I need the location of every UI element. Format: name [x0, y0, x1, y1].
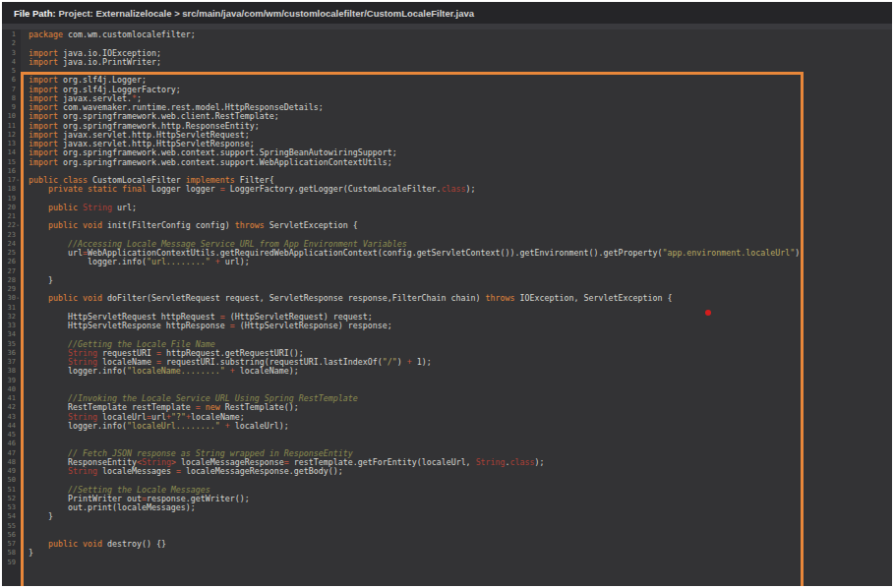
code-lines[interactable]: 1package com.wm.customlocalefilter;23imp…: [2, 30, 892, 567]
line-number: 32: [2, 313, 17, 322]
code-editor[interactable]: 1package com.wm.customlocalefilter;23imp…: [2, 29, 892, 586]
code-text: [17, 304, 29, 313]
line-number: 56: [2, 531, 17, 540]
line-number: 51: [2, 486, 17, 495]
line-number: 21: [2, 212, 17, 221]
line-number: 37: [2, 358, 17, 367]
line-number: 35: [2, 340, 17, 349]
line-number: 29: [2, 285, 17, 294]
code-line: 49 String localeMessages = localeMessage…: [2, 467, 892, 476]
code-text: logger.info("localeName........" + local…: [17, 367, 299, 376]
line-number: 28: [2, 276, 17, 285]
file-path-label: File Path:: [14, 8, 56, 19]
code-text: [17, 440, 29, 448]
code-line: 22- public void init(FilterConfig config…: [2, 221, 892, 230]
line-number: 39: [2, 377, 17, 385]
code-text: public void destroy() {}: [17, 540, 166, 549]
line-number: 45: [2, 431, 17, 440]
fold-marker-icon[interactable]: -: [16, 294, 20, 303]
line-number: 20: [2, 204, 17, 212]
line-number: 49: [2, 467, 17, 476]
code-line: 27: [2, 267, 892, 276]
code-line: 18 private static final Logger logger = …: [2, 185, 892, 194]
line-number: 12: [2, 131, 17, 140]
code-line: 38 logger.info("localeName........" + lo…: [2, 367, 892, 376]
code-text: logger.info("url........" + url);: [17, 258, 250, 266]
code-text: public void doFilter(ServletRequest requ…: [17, 294, 672, 303]
line-number: 57: [2, 540, 17, 549]
code-line: 57 public void destroy() {}: [2, 540, 892, 549]
line-number: 10: [2, 112, 17, 121]
code-text: }: [17, 276, 53, 285]
line-number: 4: [2, 58, 17, 67]
line-number: 14: [2, 148, 17, 157]
code-line: 4import java.io.PrintWriter;: [2, 58, 892, 67]
code-text: [17, 377, 29, 385]
line-number: 43: [2, 413, 17, 422]
line-number: 26: [2, 258, 17, 266]
code-text: HttpServletResponse httpResponse = (Http…: [17, 322, 392, 330]
code-line: 39: [2, 377, 892, 385]
line-number: 44: [2, 422, 17, 431]
code-text: public void init(FilterConfig config) th…: [17, 221, 358, 230]
code-text: [17, 267, 29, 276]
line-number: 19: [2, 195, 17, 204]
line-number: 23: [2, 231, 17, 240]
line-number: 53: [2, 503, 17, 512]
line-number: 27: [2, 267, 17, 276]
line-number: 1: [2, 30, 17, 39]
code-line: 44 logger.info("localeUrl........" + loc…: [2, 422, 892, 431]
code-text: [17, 67, 29, 76]
line-number: 55: [2, 522, 17, 531]
line-number: 59: [2, 559, 17, 567]
line-number: 9: [2, 103, 17, 112]
code-line: 33 HttpServletResponse httpResponse = (H…: [2, 322, 892, 330]
code-line: 45: [2, 431, 892, 440]
file-path-bar: File Path: Project: Externalizelocale > …: [2, 2, 892, 24]
code-text: }: [17, 512, 53, 521]
line-number: 5: [2, 67, 17, 76]
fold-marker-icon[interactable]: -: [16, 176, 20, 185]
code-text: }: [17, 549, 33, 558]
line-number: 58: [2, 549, 17, 558]
code-text: [17, 330, 29, 339]
code-text: [17, 212, 29, 221]
line-number: 25: [2, 249, 17, 258]
ide-window: File Path: Project: Externalizelocale > …: [2, 2, 892, 586]
code-text: private static final Logger logger = Log…: [17, 185, 476, 194]
code-text: [17, 476, 29, 485]
line-number: 34: [2, 330, 17, 339]
code-text: [17, 431, 29, 440]
line-number: 22-: [2, 221, 17, 230]
line-number: 18: [2, 185, 17, 194]
line-number: 6: [2, 76, 17, 85]
line-number: 36: [2, 349, 17, 358]
code-line: 15import org.springframework.web.context…: [2, 158, 892, 167]
line-number: 42: [2, 403, 17, 412]
code-text: [17, 231, 29, 240]
line-number: 40: [2, 385, 17, 394]
code-text: [17, 522, 29, 531]
line-number: 16: [2, 167, 17, 176]
line-number: 13: [2, 140, 17, 148]
line-number: 52: [2, 495, 17, 503]
line-number: 17-: [2, 176, 17, 185]
code-line: 58}: [2, 549, 892, 558]
code-line: 20 public String url;: [2, 204, 892, 212]
code-text: [17, 385, 29, 394]
line-number: 48: [2, 458, 17, 467]
file-path-breadcrumb: Project: Externalizelocale > src/main/ja…: [56, 8, 474, 19]
code-line: 30- public void doFilter(ServletRequest …: [2, 294, 892, 303]
code-text: [17, 285, 29, 294]
line-number: 38: [2, 367, 17, 376]
code-text: import java.io.PrintWriter;: [17, 58, 161, 67]
code-text: public String url;: [17, 204, 137, 212]
line-number: 8: [2, 94, 17, 103]
line-number: 7: [2, 86, 17, 94]
code-line: 53 out.print(localeMessages);: [2, 503, 892, 512]
fold-marker-icon[interactable]: -: [16, 221, 20, 230]
line-number: 11: [2, 122, 17, 131]
line-number: 24: [2, 240, 17, 249]
code-line: 54 }: [2, 512, 892, 521]
code-text: [17, 195, 29, 204]
